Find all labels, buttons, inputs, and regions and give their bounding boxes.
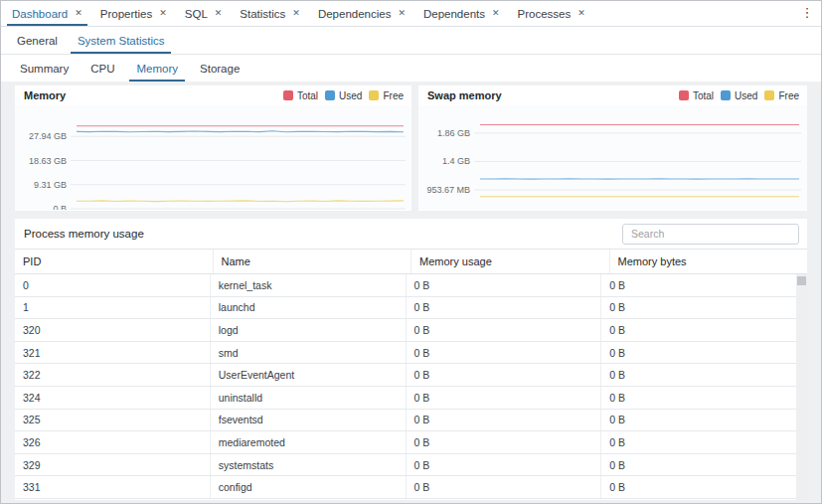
tab-storage[interactable]: Storage bbox=[189, 55, 250, 82]
legend-label: Total bbox=[693, 90, 714, 101]
table-cell: UserEventAgent bbox=[211, 364, 407, 386]
legend-label: Free bbox=[383, 90, 404, 101]
table-cell: 0 B bbox=[407, 342, 602, 364]
column-header-memory-bytes[interactable]: Memory bytes bbox=[610, 250, 808, 273]
table-row[interactable]: 331configd0 B0 B bbox=[15, 476, 796, 499]
tab-cpu[interactable]: CPU bbox=[80, 55, 125, 82]
close-icon[interactable]: ✕ bbox=[398, 9, 406, 18]
svg-text:1.86 GB: 1.86 GB bbox=[437, 128, 470, 138]
legend-color-chip bbox=[721, 90, 731, 100]
charts-row: Memory TotalUsedFree 0 B9.31 GB18.63 GB2… bbox=[15, 85, 807, 211]
tab-label: SQL bbox=[185, 8, 208, 20]
table-cell: 0 B bbox=[601, 274, 796, 296]
tab-sql[interactable]: SQL✕ bbox=[176, 1, 232, 26]
table-cell: 331 bbox=[15, 476, 211, 498]
table-cell: 0 B bbox=[601, 387, 796, 409]
memory-chart-panel: Memory TotalUsedFree 0 B9.31 GB18.63 GB2… bbox=[15, 85, 411, 211]
close-icon[interactable]: ✕ bbox=[492, 9, 500, 18]
tab-label: General bbox=[17, 35, 58, 47]
kebab-menu-icon[interactable]: ⋮ bbox=[799, 5, 815, 23]
legend-item-used: Used bbox=[325, 90, 362, 101]
close-icon[interactable]: ✕ bbox=[75, 9, 82, 18]
legend-label: Total bbox=[297, 90, 318, 101]
tab-summary[interactable]: Summary bbox=[9, 55, 80, 82]
memory-chart-title: Memory bbox=[24, 89, 66, 101]
legend-label: Used bbox=[735, 90, 757, 101]
close-icon[interactable]: ✕ bbox=[215, 9, 223, 18]
close-icon[interactable]: ✕ bbox=[577, 9, 585, 18]
search-input[interactable] bbox=[622, 224, 799, 245]
table-cell: 0 B bbox=[407, 274, 602, 296]
legend-item-total: Total bbox=[679, 90, 714, 101]
process-table-header: PIDNameMemory usageMemory bytes bbox=[15, 249, 807, 274]
table-row[interactable]: 1launchd0 B0 B bbox=[15, 297, 796, 320]
legend-item-used: Used bbox=[721, 90, 757, 101]
table-row[interactable]: 320logd0 B0 B bbox=[15, 319, 796, 342]
table-cell: 320 bbox=[15, 319, 211, 341]
svg-text:18.63 GB: 18.63 GB bbox=[29, 156, 67, 166]
table-cell: 322 bbox=[15, 364, 211, 386]
table-cell: 0 B bbox=[601, 431, 796, 453]
tab-dependencies[interactable]: Dependencies✕ bbox=[309, 1, 414, 26]
process-table-body: 0kernel_task0 B0 B1launchd0 B0 B320logd0… bbox=[15, 274, 807, 499]
table-row[interactable]: 322UserEventAgent0 B0 B bbox=[15, 364, 796, 387]
memory-chart: 0 B9.31 GB18.63 GB27.94 GB bbox=[15, 105, 411, 210]
column-header-pid[interactable]: PID bbox=[15, 250, 214, 273]
table-cell: 0 B bbox=[601, 364, 796, 386]
tab-system-statistics[interactable]: System Statistics bbox=[68, 27, 175, 54]
column-header-name[interactable]: Name bbox=[214, 250, 412, 273]
table-cell: 329 bbox=[15, 454, 211, 476]
table-row[interactable]: 0kernel_task0 B0 B bbox=[15, 274, 796, 297]
legend-item-free: Free bbox=[369, 90, 404, 101]
table-row[interactable]: 321smd0 B0 B bbox=[15, 342, 796, 365]
system-statistics-tab-bar: SummaryCPUMemoryStorage bbox=[1, 55, 821, 82]
table-cell: 0 B bbox=[601, 410, 796, 431]
table-cell: systemstats bbox=[211, 454, 407, 476]
column-header-memory-usage[interactable]: Memory usage bbox=[411, 250, 610, 273]
process-table-title: Process memory usage bbox=[24, 228, 144, 240]
legend-color-chip bbox=[679, 90, 689, 100]
swap-chart-legend: TotalUsedFree bbox=[679, 90, 799, 101]
table-cell: 0 B bbox=[407, 319, 602, 341]
table-cell: launchd bbox=[211, 297, 407, 319]
tab-label: Dependencies bbox=[318, 8, 392, 20]
table-row[interactable]: 324uninstalld0 B0 B bbox=[15, 387, 796, 410]
tab-dependents[interactable]: Dependents✕ bbox=[414, 1, 509, 26]
tab-properties[interactable]: Properties✕ bbox=[91, 1, 176, 26]
legend-color-chip bbox=[325, 90, 335, 100]
legend-label: Used bbox=[339, 90, 362, 101]
tab-label: Processes bbox=[518, 8, 572, 20]
scrollbar-thumb[interactable] bbox=[797, 276, 806, 285]
tab-memory[interactable]: Memory bbox=[125, 55, 189, 82]
table-cell: kernel_task bbox=[211, 274, 407, 296]
table-cell: uninstalld bbox=[211, 387, 407, 409]
table-row[interactable]: 325fseventsd0 B0 B bbox=[15, 410, 796, 432]
tab-processes[interactable]: Processes✕ bbox=[509, 1, 594, 26]
close-icon[interactable]: ✕ bbox=[159, 9, 167, 18]
tab-label: CPU bbox=[90, 63, 114, 75]
vertical-scrollbar[interactable] bbox=[796, 274, 807, 500]
table-cell: 0 B bbox=[407, 454, 602, 476]
tab-label: Properties bbox=[100, 8, 152, 20]
close-icon[interactable]: ✕ bbox=[292, 9, 300, 18]
dashboard-tab-bar: GeneralSystem Statistics bbox=[1, 27, 821, 55]
tab-general[interactable]: General bbox=[7, 27, 68, 54]
table-cell: configd bbox=[211, 476, 407, 498]
tab-label: Statistics bbox=[240, 8, 285, 20]
table-cell: 0 B bbox=[407, 297, 602, 319]
table-cell: 0 B bbox=[601, 476, 796, 498]
table-cell: 326 bbox=[15, 431, 211, 453]
tab-dashboard[interactable]: Dashboard✕ bbox=[3, 1, 91, 26]
legend-color-chip bbox=[369, 90, 379, 100]
svg-text:27.94 GB: 27.94 GB bbox=[29, 131, 67, 141]
dashboard-window: Dashboard✕Properties✕SQL✕Statistics✕Depe… bbox=[0, 0, 822, 504]
legend-color-chip bbox=[283, 90, 293, 100]
table-row[interactable]: 329systemstats0 B0 B bbox=[15, 454, 796, 477]
table-row[interactable]: 326mediaremoted0 B0 B bbox=[15, 431, 796, 454]
table-cell: 0 B bbox=[601, 342, 796, 364]
table-cell: mediaremoted bbox=[211, 431, 407, 453]
table-cell: 324 bbox=[15, 387, 211, 409]
tab-statistics[interactable]: Statistics✕ bbox=[231, 1, 309, 26]
tab-label: Storage bbox=[200, 63, 240, 75]
tab-label: Dependents bbox=[423, 8, 485, 20]
